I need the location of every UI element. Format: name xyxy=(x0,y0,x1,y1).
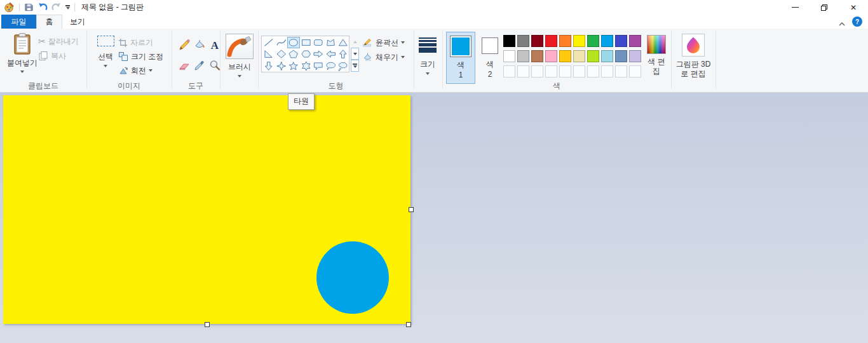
shape-ellipse[interactable] xyxy=(287,37,300,49)
shape-four-point-star[interactable] xyxy=(275,60,288,72)
palette-empty-slot[interactable] xyxy=(615,65,627,77)
fill-button[interactable]: 채우기 xyxy=(362,51,405,64)
shape-right-triangle[interactable] xyxy=(262,48,275,60)
resize-button[interactable]: 크기 조정 xyxy=(118,50,163,63)
palette-swatch-FFFFFF[interactable] xyxy=(503,50,515,62)
color1-button[interactable]: 색 1 xyxy=(446,32,475,84)
palette-swatch-00A2E8[interactable] xyxy=(601,35,613,47)
palette-swatch-C8BFE7[interactable] xyxy=(629,50,641,62)
palette-swatch-880015[interactable] xyxy=(531,35,543,47)
shapes-more-button[interactable] xyxy=(351,60,359,72)
palette-empty-slot[interactable] xyxy=(573,65,585,77)
tab-view[interactable]: 보기 xyxy=(62,15,93,29)
crop-button[interactable]: 자르기 xyxy=(118,36,153,49)
palette-empty-slot[interactable] xyxy=(629,65,641,77)
shapes-group-label: 도형 xyxy=(258,81,414,91)
cut-label: 잘라내기 xyxy=(48,36,79,47)
palette-swatch-B97A57[interactable] xyxy=(531,50,543,62)
shape-six-point-star[interactable] xyxy=(300,60,313,72)
text-tool[interactable]: A xyxy=(208,39,221,51)
palette-swatch-7F7F7F[interactable] xyxy=(517,35,529,47)
palette-swatch-7092BE[interactable] xyxy=(615,50,627,62)
shape-line[interactable] xyxy=(262,37,275,49)
shape-arrow-right[interactable] xyxy=(312,48,325,60)
size-button[interactable]: 크기 xyxy=(416,34,439,75)
pencil-tool[interactable] xyxy=(178,39,191,51)
rotate-label: 회전 xyxy=(131,65,146,76)
palette-empty-slot[interactable] xyxy=(587,65,599,77)
select-button[interactable]: 선택 xyxy=(93,34,118,67)
shape-oval-callout[interactable] xyxy=(325,60,337,72)
palette-empty-slot[interactable] xyxy=(559,65,571,77)
palette-swatch-000000[interactable] xyxy=(503,35,515,47)
shape-rectangle[interactable] xyxy=(300,37,313,49)
help-button[interactable]: ? xyxy=(852,17,862,27)
paste-button[interactable]: 붙여넣기 xyxy=(5,32,39,73)
palette-swatch-22B14C[interactable] xyxy=(587,35,599,47)
shape-polygon[interactable] xyxy=(325,37,337,49)
tab-home[interactable]: 홈 xyxy=(36,15,62,29)
restore-icon xyxy=(821,4,827,11)
undo-button[interactable] xyxy=(36,0,50,15)
palette-empty-slot[interactable] xyxy=(517,65,529,77)
eraser-tool[interactable] xyxy=(178,59,191,72)
palette-empty-slot[interactable] xyxy=(531,65,543,77)
resize-handle-right[interactable] xyxy=(409,207,414,212)
shape-pentagon[interactable] xyxy=(287,48,300,60)
color-picker-tool[interactable] xyxy=(193,59,206,72)
resize-handle-corner[interactable] xyxy=(406,322,411,327)
copy-icon xyxy=(38,51,48,61)
collapse-ribbon-button[interactable] xyxy=(839,17,848,25)
palette-swatch-FF7F27[interactable] xyxy=(559,35,571,47)
customize-qat-button[interactable] xyxy=(64,0,72,15)
restore-button[interactable] xyxy=(810,0,839,15)
shape-arrow-down[interactable] xyxy=(262,60,275,72)
palette-swatch-FFC90E[interactable] xyxy=(559,50,571,62)
shape-arrow-up[interactable] xyxy=(337,48,349,60)
resize-handle-bottom[interactable] xyxy=(205,322,210,327)
save-button[interactable] xyxy=(22,0,36,15)
shape-triangle[interactable] xyxy=(337,37,349,49)
palette-empty-slot[interactable] xyxy=(601,65,613,77)
clipboard-icon xyxy=(13,32,32,56)
palette-swatch-FFF200[interactable] xyxy=(573,35,585,47)
color2-button[interactable]: 색 2 xyxy=(478,32,502,84)
brushes-button[interactable]: 브러시 xyxy=(225,34,254,77)
shape-arrow-left[interactable] xyxy=(325,48,337,60)
rotate-button[interactable]: 회전 xyxy=(118,64,153,77)
palette-swatch-EFE4B0[interactable] xyxy=(573,50,585,62)
copy-button[interactable]: 복사 xyxy=(38,50,66,62)
magnifier-tool[interactable] xyxy=(208,59,221,72)
minimize-button[interactable] xyxy=(780,0,810,15)
shape-cloud-callout[interactable] xyxy=(337,60,349,72)
app-icon[interactable] xyxy=(2,0,17,15)
palette-empty-slot[interactable] xyxy=(503,65,515,77)
shape-diamond[interactable] xyxy=(275,48,288,60)
close-button[interactable]: ✕ xyxy=(839,0,868,15)
palette-swatch-B5E61D[interactable] xyxy=(587,50,599,62)
shape-rounded-rectangle[interactable] xyxy=(312,37,325,49)
outline-button[interactable]: 윤곽선 xyxy=(362,36,405,49)
palette-swatch-FFAEC9[interactable] xyxy=(545,50,557,62)
redo-button[interactable] xyxy=(50,0,64,15)
shape-curve[interactable] xyxy=(275,37,288,49)
palette-swatch-99D9EA[interactable] xyxy=(601,50,613,62)
shape-hexagon[interactable] xyxy=(300,48,313,60)
drawing-canvas[interactable] xyxy=(3,95,410,324)
palette-empty-slot[interactable] xyxy=(545,65,557,77)
chevron-down-icon xyxy=(401,41,405,44)
shapes-scroll-up-button[interactable] xyxy=(351,36,359,48)
cut-button[interactable]: ✂ 잘라내기 xyxy=(38,35,79,48)
palette-swatch-C3C3C3[interactable] xyxy=(517,50,529,62)
palette-swatch-3F48CC[interactable] xyxy=(615,35,627,47)
palette-swatch-ED1C24[interactable] xyxy=(545,35,557,47)
edit-colors-button[interactable]: 색 편집 xyxy=(644,32,669,84)
paint3d-button[interactable]: 그림판 3D로 편집 xyxy=(673,32,714,84)
shapes-scroll-down-button[interactable] xyxy=(351,48,359,60)
palette-swatch-A349A4[interactable] xyxy=(629,35,641,47)
shape-rectangular-callout[interactable] xyxy=(312,60,325,72)
shape-five-point-star[interactable] xyxy=(287,60,300,72)
fill-tool[interactable] xyxy=(193,39,206,51)
close-icon: ✕ xyxy=(850,3,857,12)
tab-file[interactable]: 파일 xyxy=(1,15,36,29)
